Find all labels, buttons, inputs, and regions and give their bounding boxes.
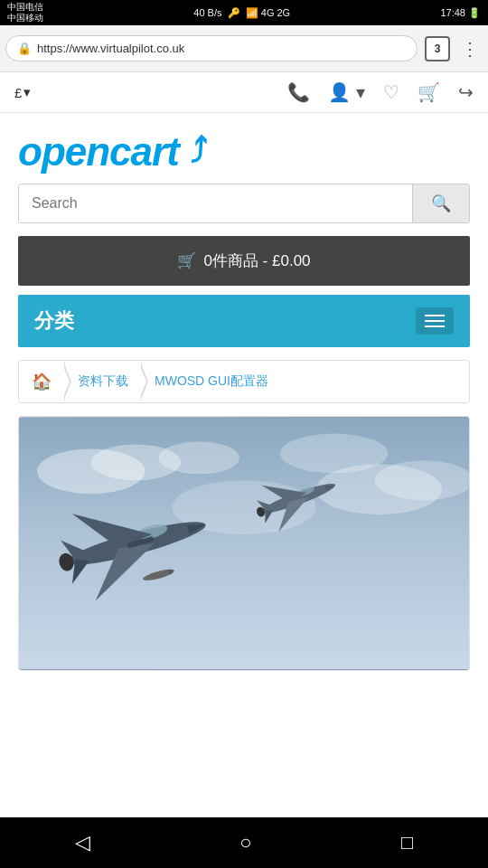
svg-point-4 [374,460,469,500]
status-center: 40 B/s 🔑 📶 4G 2G [193,7,290,19]
breadcrumb-label-2: MWOSD GUI配置器 [155,373,268,390]
search-area: 🔍 [0,184,488,236]
search-container: 🔍 [18,184,470,223]
logo-area: opencart ⤴ [0,113,488,184]
toolbar-actions: 📞 👤 ▾ ♡ 🛒 ↪ [287,81,474,103]
cart-section: 🛒 0件商品 - £0.00 [0,236,488,295]
bottom-nav: ◁ ○ □ [0,817,488,868]
search-button[interactable]: 🔍 [412,184,469,222]
url-text: https://www.virtualpilot.co.uk [37,42,184,55]
breadcrumb-item-2[interactable]: MWOSD GUI配置器 [141,363,281,401]
category-bar[interactable]: 分类 [18,295,470,347]
product-image-svg [19,417,469,670]
logo-cart-arrow: ⤴ [184,132,206,172]
battery-icon: 🔋 [468,7,481,19]
cart-button-icon: 🛒 [177,251,196,270]
browser-menu-button[interactable]: ⋮ [457,38,483,60]
logo-text: opencart [18,129,179,175]
breadcrumb-home[interactable]: 🏠 [19,361,64,402]
phone-icon[interactable]: 📞 [287,81,310,103]
browser-bar: 🔒 https://www.virtualpilot.co.uk 3 ⋮ [0,25,488,72]
cart-button[interactable]: 🛒 0件商品 - £0.00 [18,236,470,286]
svg-point-6 [158,441,239,474]
hamburger-menu[interactable] [416,307,454,335]
carrier-line1: 中国电信 [7,2,43,13]
search-icon: 🔍 [431,193,451,213]
lock-icon: 🔒 [17,42,32,55]
breadcrumb-section: 🏠 资料下载 MWOSD GUI配置器 [0,360,488,416]
search-input[interactable] [19,184,412,222]
currency-selector[interactable]: £ ▾ [14,84,31,100]
tab-count[interactable]: 3 [425,36,450,61]
breadcrumb-item-1[interactable]: 资料下载 [64,363,141,401]
currency-arrow: ▾ [23,84,31,100]
cart-icon[interactable]: 🛒 [418,81,440,103]
signal-info: 40 B/s [193,7,221,18]
network-icons: 📶 4G 2G [246,7,290,18]
carrier-info: 中国电信 中国移动 [7,2,43,24]
wishlist-icon[interactable]: ♡ [383,81,399,103]
share-icon[interactable]: ↪ [458,81,474,103]
category-label: 分类 [34,307,74,335]
cart-button-label: 0件商品 - £0.00 [203,250,310,271]
carrier-line2: 中国移动 [7,13,43,24]
status-right: 17:48 🔋 [440,7,481,19]
currency-symbol: £ [14,85,22,100]
svg-point-7 [280,433,389,473]
product-section [0,416,488,671]
category-section: 分类 [0,295,488,360]
hamburger-line-3 [425,326,445,327]
back-button[interactable]: ◁ [57,827,108,858]
product-card [18,416,470,671]
product-image [19,417,469,670]
breadcrumb: 🏠 资料下载 MWOSD GUI配置器 [18,360,470,403]
home-button[interactable]: ○ [221,827,269,858]
page-toolbar: £ ▾ 📞 👤 ▾ ♡ 🛒 ↪ [0,72,488,113]
time: 17:48 [440,7,465,18]
site-logo: opencart ⤴ [18,129,470,175]
hamburger-line-2 [425,320,445,322]
recent-apps-button[interactable]: □ [383,827,431,858]
account-icon[interactable]: 👤 ▾ [328,81,365,103]
hamburger-line-1 [425,315,445,316]
home-icon: 🏠 [32,372,52,392]
status-bar: 中国电信 中国移动 40 B/s 🔑 📶 4G 2G 17:48 🔋 [0,0,488,25]
breadcrumb-label-1: 资料下载 [78,373,128,390]
url-bar[interactable]: 🔒 https://www.virtualpilot.co.uk [5,35,418,61]
main-content: opencart ⤴ 🔍 🛒 0件商品 - £0.00 分类 [0,113,488,671]
